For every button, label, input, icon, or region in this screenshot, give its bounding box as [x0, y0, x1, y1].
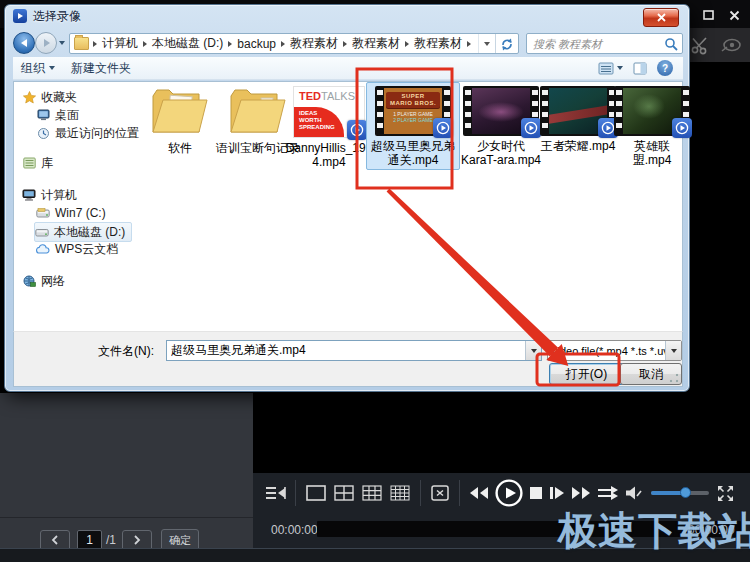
file-item-mario-selected[interactable]: SUPERMARIO BROS. 1 PLAYER GAME2 PLAYER G…: [366, 82, 460, 170]
organize-menu[interactable]: 组织: [13, 60, 63, 77]
resize-grip[interactable]: [669, 373, 679, 383]
play-badge-icon: [433, 118, 453, 138]
sidebar-item-recent[interactable]: 最近访问的位置: [36, 124, 139, 142]
file-item-dannyhillis[interactable]: TEDTALKS IDEAS WORTH SPREADING DannyHill…: [288, 86, 370, 169]
sidebar-item-computer[interactable]: 计算机: [22, 186, 77, 204]
views-button[interactable]: [598, 62, 623, 75]
file-item-yingxionglianmeng[interactable]: 英雄联盟.mp4: [616, 86, 688, 167]
volume-slider[interactable]: [649, 491, 711, 495]
filetype-dropdown-button[interactable]: [665, 341, 681, 360]
play-button[interactable]: [495, 479, 523, 507]
file-name: 软件: [168, 141, 192, 155]
crumb-arrow-icon: [343, 41, 347, 47]
file-list: 软件 语训宝断句记录 TEDTALKS: [138, 82, 682, 331]
organize-label: 组织: [21, 60, 45, 77]
chevron-down-icon: [484, 42, 490, 46]
refresh-button[interactable]: [495, 34, 518, 53]
close-screen-button[interactable]: [430, 484, 450, 502]
file-item-girls-generation[interactable]: 少女时代KaraT-ara.mp4: [458, 86, 544, 167]
filename-label: 文件名(N):: [98, 343, 154, 360]
watermark: 极速下载站: [558, 504, 750, 558]
video-display-area: [253, 393, 750, 473]
sidebar-item-drive-d[interactable]: 本地磁盘 (D:): [34, 222, 132, 242]
libraries-icon: [22, 156, 36, 170]
sidebar-label: 库: [41, 155, 53, 172]
eye-icon[interactable]: [720, 35, 742, 55]
breadcrumb-item[interactable]: 本地磁盘 (D:): [148, 35, 227, 52]
chevron-down-icon: [49, 66, 55, 70]
maximize-icon: [703, 10, 714, 20]
maximize-button[interactable]: [698, 7, 718, 23]
fullscreen-icon: [717, 485, 734, 502]
recent-places-icon: [36, 126, 50, 140]
layout-single-button[interactable]: [305, 484, 327, 502]
scissors-icon[interactable]: [690, 35, 710, 55]
crumb-arrow-icon: [93, 41, 97, 47]
layout-nine-button[interactable]: [361, 484, 383, 502]
folder-icon: [149, 86, 211, 138]
forward-button[interactable]: [35, 32, 57, 54]
sidebar-label: 计算机: [41, 187, 77, 204]
arrow-left-icon: [21, 39, 27, 47]
mute-button[interactable]: [625, 485, 643, 501]
play-order-button[interactable]: [597, 485, 619, 501]
breadcrumb-item[interactable]: backup: [233, 37, 280, 51]
help-glyph: ?: [662, 63, 668, 74]
rewind-button[interactable]: [469, 486, 489, 500]
file-item-folder-soft[interactable]: 软件: [144, 86, 216, 155]
file-name: 超级马里奥兄弟通关.mp4: [371, 139, 455, 167]
step-forward-button[interactable]: [549, 486, 565, 500]
sidebar-item-wps-cloud[interactable]: WPS云文档: [36, 240, 118, 258]
crumb-arrow-icon: [228, 41, 232, 47]
filetype-combo[interactable]: video file(*.mp4 *.ts *.uvrd): [547, 340, 682, 361]
preview-pane-icon[interactable]: [633, 62, 647, 75]
chevron-right-icon: [133, 535, 141, 545]
breadcrumb-item[interactable]: 计算机: [98, 35, 142, 52]
dialog-title: 选择录像: [33, 8, 81, 25]
layout-quad-button[interactable]: [333, 484, 355, 502]
sidebar-item-libraries[interactable]: 库: [22, 154, 53, 172]
play-order-icon: [597, 485, 619, 501]
help-button[interactable]: ?: [657, 60, 673, 76]
history-dropdown-icon[interactable]: [59, 41, 65, 45]
crumb-arrow-icon: [405, 41, 409, 47]
volume-knob[interactable]: [680, 487, 691, 498]
breadcrumb-item[interactable]: 教程素材: [410, 35, 466, 52]
fast-forward-button[interactable]: [571, 486, 591, 500]
dialog-close-button[interactable]: [643, 8, 679, 27]
crumb-arrow-icon: [143, 41, 147, 47]
new-folder-button[interactable]: 新建文件夹: [63, 60, 139, 77]
fast-forward-icon: [571, 486, 591, 500]
play-icon: [495, 479, 523, 507]
sidebar-item-favorites[interactable]: 收藏夹: [22, 88, 77, 106]
filename-combo: [166, 340, 542, 361]
rewind-icon: [469, 486, 489, 500]
layout-sixteen-button[interactable]: [389, 484, 411, 502]
volume-fill: [651, 491, 683, 495]
chevron-left-icon: [51, 535, 59, 545]
fullscreen-button[interactable]: [717, 485, 734, 502]
video-thumbnail: [540, 86, 616, 136]
playlist-panel: /1 确定: [0, 393, 253, 562]
playlist-toggle-button[interactable]: [264, 485, 286, 501]
filename-input[interactable]: [167, 344, 525, 358]
open-button[interactable]: 打开(O): [549, 363, 624, 385]
chevron-down-icon: [531, 349, 537, 353]
filename-dropdown-button[interactable]: [525, 341, 541, 360]
close-window-button[interactable]: [724, 7, 744, 23]
sidebar-item-desktop[interactable]: 桌面: [36, 106, 79, 124]
file-item-wangzherongyao[interactable]: 王者荣耀.mp4: [538, 86, 618, 153]
stop-button[interactable]: [529, 486, 543, 500]
folder-icon: [227, 86, 289, 138]
address-dropdown-button[interactable]: [478, 34, 495, 53]
breadcrumb-item[interactable]: 教程素材: [286, 35, 342, 52]
sidebar-item-network[interactable]: 网络: [22, 272, 65, 290]
divider: [420, 480, 421, 506]
network-icon: [22, 274, 36, 288]
sidebar-item-drive-c[interactable]: Win7 (C:): [36, 204, 106, 222]
back-button[interactable]: [13, 32, 35, 54]
close-icon: [657, 13, 666, 22]
search-input[interactable]: [527, 38, 664, 50]
breadcrumb-item[interactable]: 教程素材: [348, 35, 404, 52]
search-icon[interactable]: [664, 37, 678, 51]
